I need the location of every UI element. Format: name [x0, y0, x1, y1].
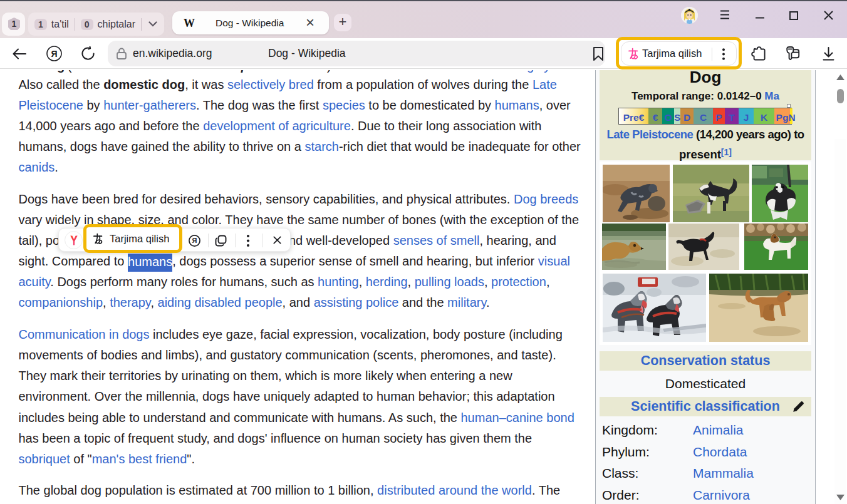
svg-text:Я: Я: [192, 237, 197, 244]
svg-text:Я: Я: [51, 49, 57, 59]
